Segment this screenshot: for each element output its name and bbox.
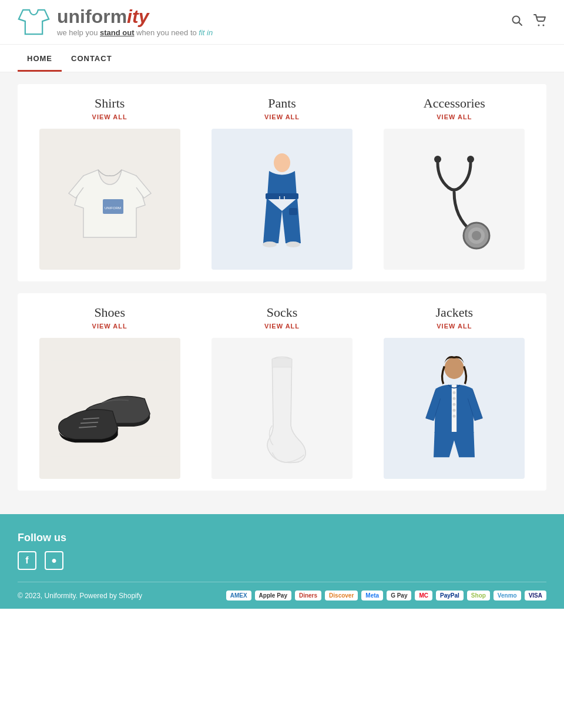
category-pants-title: Pants: [268, 96, 296, 111]
copyright-text: © 2023, Uniformity. Powered by Shopify: [18, 592, 142, 600]
svg-rect-9: [266, 193, 298, 199]
facebook-icon: f: [25, 555, 28, 566]
jackets-svg: [395, 350, 513, 467]
payment-diners: Diners: [295, 591, 321, 600]
svg-point-13: [263, 241, 277, 247]
main-content: Shirts VIEW ALL UNIFORM: [0, 72, 564, 514]
category-socks: Socks VIEW ALL: [202, 305, 362, 479]
category-grid-row2: Shoes VIEW ALL: [29, 305, 535, 479]
payment-paypal: PayPal: [436, 591, 464, 600]
shirts-view-all-link[interactable]: VIEW ALL: [92, 113, 127, 120]
social-links: f ●: [18, 551, 546, 570]
pants-image: [212, 129, 352, 270]
payment-applepay: Apple Pay: [255, 591, 291, 600]
shirt-svg: UNIFORM: [51, 140, 169, 258]
svg-point-31: [453, 397, 456, 400]
payment-amex: AMEX: [226, 591, 251, 600]
shoes-svg: [51, 350, 169, 467]
svg-point-3: [543, 25, 545, 26]
tagline: we help you stand out when you need to f…: [57, 28, 213, 37]
logo-container[interactable]: uniformity we help you stand out when yo…: [18, 6, 213, 38]
payment-mastercard: MC: [415, 591, 432, 600]
payment-visa: VISA: [525, 591, 546, 600]
main-nav: HOME CONTACT: [0, 45, 564, 72]
nav-item-home[interactable]: HOME: [18, 45, 62, 72]
socks-image: [212, 338, 352, 479]
payment-discover: Discover: [325, 591, 358, 600]
accessories-view-all-link[interactable]: VIEW ALL: [437, 113, 472, 120]
jackets-view-all-link[interactable]: VIEW ALL: [437, 323, 472, 330]
category-shirts-title: Shirts: [95, 96, 125, 111]
shoes-view-all-link[interactable]: VIEW ALL: [92, 323, 127, 330]
svg-rect-12: [289, 208, 297, 215]
category-socks-title: Socks: [267, 305, 298, 320]
logo-text: uniformity: [57, 7, 213, 26]
svg-point-28: [445, 357, 464, 379]
category-pants: Pants VIEW ALL: [202, 96, 362, 270]
nav-link-home[interactable]: HOME: [18, 45, 62, 72]
svg-point-20: [472, 231, 481, 240]
svg-rect-26: [272, 358, 291, 367]
payment-meta: Meta: [361, 591, 383, 600]
pants-svg: [223, 140, 341, 258]
site-header: uniformity we help you stand out when yo…: [0, 0, 564, 45]
socks-view-all-link[interactable]: VIEW ALL: [264, 323, 300, 330]
nav-item-contact[interactable]: CONTACT: [62, 45, 122, 72]
category-jackets: Jackets VIEW ALL: [374, 305, 535, 479]
socks-svg: [223, 350, 341, 467]
svg-point-32: [453, 403, 456, 406]
logo-tshirt-icon: [18, 6, 50, 38]
cart-icon: [533, 14, 546, 27]
payment-shopify: Shop: [467, 591, 490, 600]
follow-label: Follow us: [18, 532, 546, 544]
category-section-row1: Shirts VIEW ALL UNIFORM: [18, 84, 546, 281]
svg-point-8: [274, 153, 290, 172]
category-grid-row1: Shirts VIEW ALL UNIFORM: [29, 96, 535, 270]
svg-text:UNIFORM: UNIFORM: [105, 206, 121, 210]
category-section-row2: Shoes VIEW ALL: [18, 293, 546, 491]
nav-link-contact[interactable]: CONTACT: [62, 45, 122, 72]
category-shoes-title: Shoes: [94, 305, 125, 320]
svg-point-2: [538, 25, 540, 26]
header-actions: [511, 14, 546, 30]
category-jackets-title: Jackets: [436, 305, 474, 320]
category-shoes: Shoes VIEW ALL: [29, 305, 190, 479]
follow-section: Follow us f ●: [18, 532, 546, 570]
instagram-icon: ●: [51, 555, 57, 566]
cart-button[interactable]: [533, 14, 546, 30]
facebook-link[interactable]: f: [18, 551, 36, 570]
category-accessories-title: Accessories: [424, 96, 485, 111]
site-footer: Follow us f ● © 2023, Uniformity. Powere…: [0, 514, 564, 609]
payment-methods: AMEX Apple Pay Diners Discover Meta G Pa…: [226, 591, 546, 600]
search-button[interactable]: [511, 15, 523, 29]
category-accessories: Accessories VIEW ALL: [374, 96, 535, 270]
payment-gpay: G Pay: [387, 591, 411, 600]
category-shirts: Shirts VIEW ALL UNIFORM: [29, 96, 190, 270]
shoes-image: [39, 338, 180, 479]
pants-view-all-link[interactable]: VIEW ALL: [264, 113, 300, 120]
accessories-svg: [395, 140, 513, 258]
payment-venmo: Venmo: [494, 591, 521, 600]
accessories-image: [384, 129, 525, 270]
svg-point-33: [453, 409, 456, 412]
search-icon: [511, 15, 523, 26]
jackets-image: [384, 338, 525, 479]
instagram-link[interactable]: ●: [45, 551, 63, 570]
svg-point-14: [286, 241, 300, 247]
svg-line-1: [519, 22, 522, 25]
svg-point-34: [453, 415, 456, 418]
svg-point-30: [453, 391, 456, 394]
shirts-image: UNIFORM: [39, 129, 180, 270]
footer-bottom: © 2023, Uniformity. Powered by Shopify A…: [18, 582, 546, 609]
